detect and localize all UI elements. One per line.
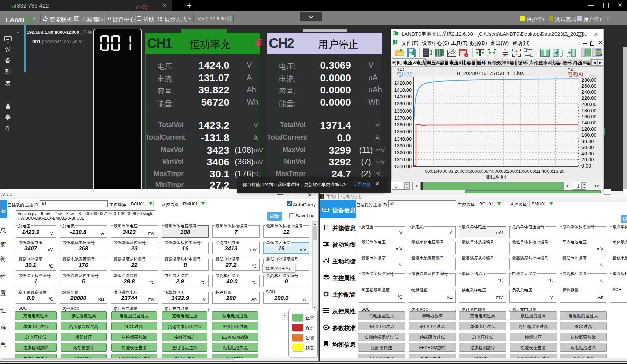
svg-text:1420.00: 1420.00 xyxy=(394,80,412,86)
svg-text:1380.00: 1380.00 xyxy=(394,108,412,114)
svg-text:电压(V): 电压(V) xyxy=(397,71,413,77)
svg-text:1350.00: 1350.00 xyxy=(394,129,412,134)
svg-text:20.00: 20.00 xyxy=(581,157,594,162)
svg-text:140.00: 140.00 xyxy=(581,120,596,125)
svg-text:180.00: 180.00 xyxy=(581,108,596,113)
svg-text:160.00: 160.00 xyxy=(581,114,596,119)
svg-text:1390.00: 1390.00 xyxy=(394,101,412,107)
svg-text:60.00: 60.00 xyxy=(581,145,594,150)
svg-text:1330.00: 1330.00 xyxy=(394,143,412,148)
svg-text:1360.00: 1360.00 xyxy=(394,122,412,127)
svg-text:00:05:00: 00:05:00 xyxy=(460,169,477,174)
svg-text:0.00: 0.00 xyxy=(581,163,591,169)
svg-text:200.00: 200.00 xyxy=(581,102,596,107)
svg-text:B_20230716175158_1_1.bts: B_20230716175158_1_1.bts xyxy=(457,70,524,76)
svg-text:1310.00: 1310.00 xyxy=(394,157,412,162)
svg-text:00:11:40: 00:11:40 xyxy=(530,169,547,174)
svg-text:1300.00: 1300.00 xyxy=(394,164,412,169)
svg-text:00:06:40: 00:06:40 xyxy=(477,169,494,174)
svg-text:1320.00: 1320.00 xyxy=(394,150,412,155)
svg-text:260.00: 260.00 xyxy=(581,83,596,89)
svg-text:00:01:40: 00:01:40 xyxy=(425,169,442,174)
svg-text:00:13:20: 00:13:20 xyxy=(547,169,564,174)
svg-text:80.00: 80.00 xyxy=(581,139,594,144)
svg-text:1410.00: 1410.00 xyxy=(394,87,412,93)
svg-text:1370.00: 1370.00 xyxy=(394,115,412,121)
svg-text:100.00: 100.00 xyxy=(581,132,596,138)
svg-text:测试时间: 测试时间 xyxy=(485,174,506,180)
svg-text:40.00: 40.00 xyxy=(581,151,594,156)
svg-text:i: i xyxy=(466,54,467,57)
svg-text:1340.00: 1340.00 xyxy=(394,136,412,142)
svg-text:220.00: 220.00 xyxy=(581,95,596,101)
svg-text:120.00: 120.00 xyxy=(581,126,596,132)
svg-text:00:03:20: 00:03:20 xyxy=(442,169,459,174)
svg-text:00:10:00: 00:10:00 xyxy=(512,169,530,174)
svg-text:1400.00: 1400.00 xyxy=(394,94,412,99)
svg-text:280.00: 280.00 xyxy=(581,77,596,83)
svg-text:电流(A): 电流(A) xyxy=(568,71,583,77)
svg-text:240.00: 240.00 xyxy=(581,89,596,95)
svg-text:00:08:20: 00:08:20 xyxy=(495,169,512,174)
